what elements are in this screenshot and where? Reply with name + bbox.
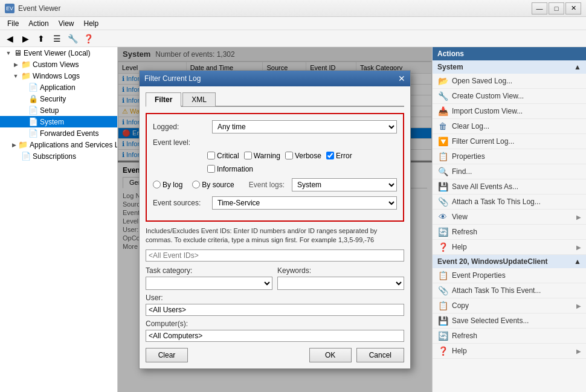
computer-input[interactable] bbox=[146, 330, 404, 342]
user-computer-row: User: bbox=[146, 294, 404, 316]
modal-close-button[interactable]: ✕ bbox=[398, 74, 405, 83]
radio-by-source-input[interactable] bbox=[192, 181, 200, 188]
task-category-label: Task category: bbox=[146, 266, 272, 275]
tree-item-subscriptions[interactable]: 📄 Subscriptions bbox=[0, 150, 117, 162]
menu-action[interactable]: Action bbox=[24, 18, 53, 29]
keywords-select[interactable] bbox=[277, 277, 404, 290]
tree-item-app-services[interactable]: ▶ 📁 Applications and Services Logs bbox=[0, 139, 117, 150]
cb-verbose-label: Verbose bbox=[295, 152, 321, 160]
event-sources-select[interactable]: Time-Service bbox=[212, 196, 397, 210]
event-section-header: Event 20, WindowsUpdateClient ▲ bbox=[433, 255, 586, 268]
radio-by-log[interactable]: By log bbox=[153, 181, 182, 189]
action-help-event[interactable]: ❓ Help ▶ bbox=[433, 344, 586, 359]
modal-tab-filter[interactable]: Filter bbox=[146, 92, 181, 107]
cb-information[interactable]: Information bbox=[207, 165, 253, 173]
action-import-custom-view[interactable]: 📥 Import Custom View... bbox=[433, 104, 586, 119]
folder-icon-wl: 📁 bbox=[21, 71, 31, 80]
create-view-icon: 🔧 bbox=[437, 91, 448, 101]
expand-icon-fe bbox=[19, 130, 27, 137]
logged-select[interactable]: Any time Last hour Last 12 hours Last 24… bbox=[212, 120, 397, 133]
cb-error[interactable]: Error bbox=[326, 152, 352, 160]
action-find[interactable]: 🔍 Find... bbox=[433, 164, 586, 179]
show-hide-panel-button[interactable]: ☰ bbox=[50, 32, 64, 45]
action-help-system-label: Help bbox=[452, 243, 467, 251]
task-category-col: Task category: bbox=[146, 266, 272, 290]
action-help-system[interactable]: ❓ Help ▶ bbox=[433, 240, 586, 255]
menu-view[interactable]: View bbox=[54, 18, 79, 29]
event-logs-select[interactable]: System bbox=[292, 178, 397, 191]
import-view-icon: 📥 bbox=[437, 106, 448, 116]
action-save-all-events[interactable]: 💾 Save All Events As... bbox=[433, 179, 586, 194]
event-section-collapse[interactable]: ▲ bbox=[574, 257, 581, 266]
task-category-select[interactable] bbox=[146, 277, 272, 290]
help-button[interactable]: ❓ bbox=[81, 32, 95, 45]
properties-button[interactable]: 🔧 bbox=[65, 32, 80, 45]
modal-tab-xml[interactable]: XML bbox=[182, 92, 216, 107]
ok-button[interactable]: OK bbox=[309, 348, 352, 362]
action-properties[interactable]: 📋 Properties bbox=[433, 149, 586, 164]
cb-critical[interactable]: Critical bbox=[207, 152, 239, 160]
cb-warning-input[interactable] bbox=[244, 152, 252, 159]
action-copy[interactable]: 📋 Copy ▶ bbox=[433, 298, 586, 313]
folder-icon-cv: 📁 bbox=[21, 60, 31, 69]
user-input[interactable] bbox=[146, 304, 404, 316]
action-attach-task-log[interactable]: 📎 Attach a Task To This Log... bbox=[433, 194, 586, 210]
keywords-label: Keywords: bbox=[277, 266, 404, 275]
cb-verbose-input[interactable] bbox=[285, 152, 293, 159]
tree-item-application[interactable]: 📄 Application bbox=[0, 82, 117, 93]
action-filter-current-log[interactable]: 🔽 Filter Current Log... bbox=[433, 134, 586, 149]
modal-buttons: Clear OK Cancel bbox=[146, 348, 404, 362]
cb-critical-input[interactable] bbox=[207, 152, 215, 159]
maximize-button[interactable]: □ bbox=[549, 2, 564, 14]
attach-task-log-icon: 📎 bbox=[437, 197, 448, 207]
filter-section: Logged: Any time Last hour Last 12 hours… bbox=[146, 113, 404, 222]
tree-item-forwarded-events[interactable]: 📄 Forwarded Events bbox=[0, 127, 117, 139]
tree-item-system[interactable]: 📄 System bbox=[0, 116, 117, 127]
tree-label-windows-logs: Windows Logs bbox=[33, 72, 80, 80]
system-section-collapse[interactable]: ▲ bbox=[574, 63, 581, 71]
filter-icon: 🔽 bbox=[437, 137, 448, 146]
save-all-icon: 💾 bbox=[437, 182, 448, 191]
tree-item-security[interactable]: 🔒 Security bbox=[0, 93, 117, 104]
tree-item-event-viewer[interactable]: ▼ 🖥 Event Viewer (Local) bbox=[0, 47, 117, 59]
tree-item-windows-logs[interactable]: ▼ 📁 Windows Logs bbox=[0, 70, 117, 82]
help-event-arrow-icon: ▶ bbox=[576, 348, 581, 355]
tree-item-custom-views[interactable]: ▶ 📁 Custom Views bbox=[0, 59, 117, 70]
minimize-button[interactable]: — bbox=[532, 2, 547, 14]
action-open-saved-log[interactable]: 📂 Open Saved Log... bbox=[433, 74, 586, 89]
cb-warning[interactable]: Warning bbox=[244, 152, 280, 160]
center-panel: System Number of events: 1,302 Level Dat… bbox=[118, 47, 432, 392]
expand-icon: ▼ bbox=[5, 50, 12, 57]
action-save-selected-events[interactable]: 💾 Save Selected Events... bbox=[433, 313, 586, 329]
tree-item-setup[interactable]: 📄 Setup bbox=[0, 104, 117, 116]
cancel-button[interactable]: Cancel bbox=[356, 348, 404, 362]
action-create-custom-view[interactable]: 🔧 Create Custom View... bbox=[433, 89, 586, 104]
menu-help[interactable]: Help bbox=[79, 18, 104, 29]
up-button[interactable]: ⬆ bbox=[34, 32, 48, 45]
action-refresh-system[interactable]: 🔄 Refresh bbox=[433, 225, 586, 240]
action-copy-label: Copy bbox=[452, 301, 469, 310]
properties-icon: 📋 bbox=[437, 152, 448, 161]
menu-file[interactable]: File bbox=[2, 18, 24, 29]
back-button[interactable]: ◀ bbox=[2, 32, 17, 45]
forward-button[interactable]: ▶ bbox=[18, 32, 33, 45]
action-clear-log[interactable]: 🗑 Clear Log... bbox=[433, 119, 586, 134]
action-help-event-label: Help bbox=[452, 347, 467, 355]
action-refresh-event[interactable]: 🔄 Refresh bbox=[433, 329, 586, 344]
menu-bar: File Action View Help bbox=[0, 17, 586, 30]
action-attach-task-event[interactable]: 📎 Attach Task To This Event... bbox=[433, 283, 586, 298]
tree-label-custom-views: Custom Views bbox=[33, 60, 79, 69]
radio-by-source[interactable]: By source bbox=[192, 181, 234, 189]
cb-information-label: Information bbox=[217, 165, 253, 173]
cb-error-input[interactable] bbox=[326, 152, 334, 159]
event-ids-input[interactable] bbox=[146, 249, 404, 262]
cb-information-input[interactable] bbox=[207, 165, 215, 173]
radio-by-log-input[interactable] bbox=[153, 181, 161, 188]
cb-verbose[interactable]: Verbose bbox=[285, 152, 321, 160]
close-button[interactable]: ✕ bbox=[565, 2, 581, 14]
clear-button[interactable]: Clear bbox=[146, 348, 188, 362]
action-event-properties[interactable]: 📋 Event Properties bbox=[433, 268, 586, 283]
tree-label-forwarded-events: Forwarded Events bbox=[40, 129, 98, 138]
action-create-view-label: Create Custom View... bbox=[452, 92, 524, 100]
action-view[interactable]: 👁 View ▶ bbox=[433, 210, 586, 225]
